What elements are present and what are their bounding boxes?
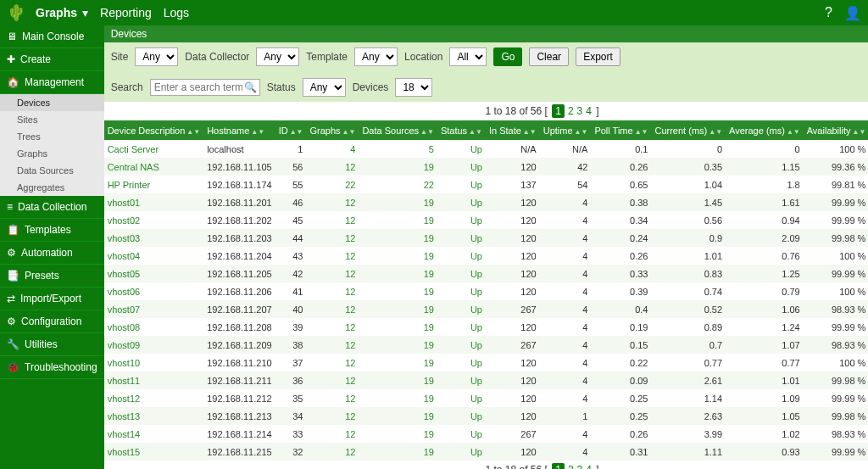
- cell-graphs[interactable]: 12: [306, 425, 359, 443]
- pager-page-3[interactable]: 3: [577, 105, 583, 117]
- cell-description[interactable]: vhost09: [104, 336, 204, 354]
- cell-graphs[interactable]: 12: [306, 300, 359, 318]
- sidebar-sub-aggregates[interactable]: Aggregates: [0, 179, 104, 196]
- sidebar-item-main-console[interactable]: 🖥Main Console: [0, 25, 104, 48]
- pager-page-1[interactable]: 1: [552, 104, 565, 118]
- cell-description[interactable]: vhost11: [104, 371, 204, 389]
- cell-description[interactable]: Cacti Server: [104, 140, 204, 158]
- cell-datasources[interactable]: 19: [359, 425, 437, 443]
- cell-datasources[interactable]: 19: [359, 407, 437, 425]
- sidebar-item-import/export[interactable]: ⇄Import/Export: [0, 288, 104, 310]
- datacollector-select[interactable]: Any: [256, 47, 299, 66]
- cell-datasources[interactable]: 19: [359, 193, 437, 211]
- cell-description[interactable]: vhost08: [104, 318, 204, 336]
- cell-datasources[interactable]: 19: [359, 265, 437, 282]
- cell-datasources[interactable]: 19: [359, 211, 437, 229]
- status-select[interactable]: Any: [303, 78, 346, 97]
- cell-datasources[interactable]: 19: [359, 282, 437, 300]
- col-poll-time[interactable]: Poll Time▲▼: [591, 120, 651, 140]
- go-button[interactable]: Go: [493, 47, 522, 66]
- cell-graphs[interactable]: 4: [306, 140, 359, 158]
- pager-page-2[interactable]: 2: [568, 464, 574, 469]
- cell-graphs[interactable]: 12: [306, 247, 359, 265]
- sidebar-sub-devices[interactable]: Devices: [0, 94, 104, 111]
- cell-datasources[interactable]: 19: [359, 389, 437, 407]
- cell-graphs[interactable]: 12: [306, 443, 359, 461]
- sidebar-sub-graphs[interactable]: Graphs: [0, 145, 104, 162]
- cell-description[interactable]: vhost02: [104, 211, 204, 229]
- cell-datasources[interactable]: 19: [359, 336, 437, 354]
- col-in-state[interactable]: In State▲▼: [486, 120, 540, 140]
- cell-description[interactable]: vhost01: [104, 193, 204, 211]
- cell-datasources[interactable]: 19: [359, 247, 437, 265]
- cell-graphs[interactable]: 12: [306, 371, 359, 389]
- template-select[interactable]: Any: [354, 47, 398, 66]
- cell-datasources[interactable]: 19: [359, 229, 437, 247]
- col-device-description[interactable]: Device Description▲▼: [104, 120, 204, 140]
- cell-description[interactable]: Central NAS: [104, 158, 204, 176]
- user-icon[interactable]: 👤: [844, 5, 861, 21]
- col-hostname[interactable]: Hostname▲▼: [203, 120, 275, 140]
- sidebar-item-troubleshooting[interactable]: 🐞Troubleshooting: [0, 356, 104, 379]
- sidebar-item-management[interactable]: 🏠Management: [0, 71, 104, 94]
- sidebar-item-presets[interactable]: 📑Presets: [0, 265, 104, 288]
- cell-graphs[interactable]: 12: [306, 211, 359, 229]
- cell-graphs[interactable]: 12: [306, 229, 359, 247]
- devices-select[interactable]: 18: [395, 78, 432, 97]
- col-id[interactable]: ID▲▼: [275, 120, 307, 140]
- cell-datasources[interactable]: 5: [359, 140, 437, 158]
- search-icon[interactable]: 🔍: [244, 81, 257, 93]
- cell-datasources[interactable]: 19: [359, 300, 437, 318]
- cell-datasources[interactable]: 19: [359, 354, 437, 371]
- location-select[interactable]: All: [449, 47, 487, 66]
- export-button[interactable]: Export: [576, 47, 620, 66]
- sidebar-item-create[interactable]: ✚Create: [0, 48, 104, 71]
- col-uptime[interactable]: Uptime▲▼: [540, 120, 592, 140]
- cell-description[interactable]: vhost07: [104, 300, 204, 318]
- nav-reporting[interactable]: Reporting: [100, 6, 152, 20]
- col-graphs[interactable]: Graphs▲▼: [306, 120, 359, 140]
- cell-description[interactable]: vhost14: [104, 425, 204, 443]
- sidebar-item-utilities[interactable]: 🔧Utilities: [0, 333, 104, 356]
- cell-datasources[interactable]: 19: [359, 318, 437, 336]
- nav-logs[interactable]: Logs: [164, 6, 189, 20]
- site-select[interactable]: Any: [135, 47, 178, 66]
- pager-page-2[interactable]: 2: [568, 105, 574, 117]
- cell-description[interactable]: vhost10: [104, 354, 204, 371]
- cell-datasources[interactable]: 19: [359, 371, 437, 389]
- col-availability[interactable]: Availability▲▼: [804, 120, 868, 140]
- cell-graphs[interactable]: 12: [306, 354, 359, 371]
- cell-description[interactable]: vhost13: [104, 407, 204, 425]
- sidebar-item-automation[interactable]: ⚙Automation: [0, 242, 104, 265]
- cell-description[interactable]: vhost04: [104, 247, 204, 265]
- pager-page-1[interactable]: 1: [552, 463, 565, 469]
- sidebar-sub-trees[interactable]: Trees: [0, 128, 104, 145]
- cell-description[interactable]: vhost15: [104, 443, 204, 461]
- cell-graphs[interactable]: 12: [306, 389, 359, 407]
- cell-graphs[interactable]: 12: [306, 193, 359, 211]
- cell-graphs[interactable]: 22: [306, 176, 359, 193]
- nav-graphs[interactable]: Graphs: [36, 6, 77, 20]
- cell-description[interactable]: vhost03: [104, 229, 204, 247]
- col-status[interactable]: Status▲▼: [437, 120, 486, 140]
- col-current-ms-[interactable]: Current (ms)▲▼: [651, 120, 726, 140]
- sidebar-item-configuration[interactable]: ⚙Configuration: [0, 310, 104, 333]
- cell-graphs[interactable]: 12: [306, 336, 359, 354]
- col-average-ms-[interactable]: Average (ms)▲▼: [726, 120, 804, 140]
- cell-graphs[interactable]: 12: [306, 265, 359, 282]
- cell-description[interactable]: vhost12: [104, 389, 204, 407]
- cell-description[interactable]: vhost05: [104, 265, 204, 282]
- cell-graphs[interactable]: 12: [306, 282, 359, 300]
- nav-dropdown-icon[interactable]: ▾: [82, 6, 88, 20]
- cell-datasources[interactable]: 22: [359, 176, 437, 193]
- pager-page-4[interactable]: 4: [586, 464, 592, 469]
- cell-datasources[interactable]: 19: [359, 443, 437, 461]
- sidebar-sub-sites[interactable]: Sites: [0, 111, 104, 128]
- clear-button[interactable]: Clear: [529, 47, 569, 66]
- sidebar-item-data-collection[interactable]: ≡Data Collection: [0, 196, 104, 219]
- cell-graphs[interactable]: 12: [306, 407, 359, 425]
- cell-description[interactable]: HP Printer: [104, 176, 204, 193]
- help-icon[interactable]: ?: [825, 5, 832, 20]
- cell-datasources[interactable]: 19: [359, 158, 437, 176]
- sidebar-sub-data-sources[interactable]: Data Sources: [0, 162, 104, 179]
